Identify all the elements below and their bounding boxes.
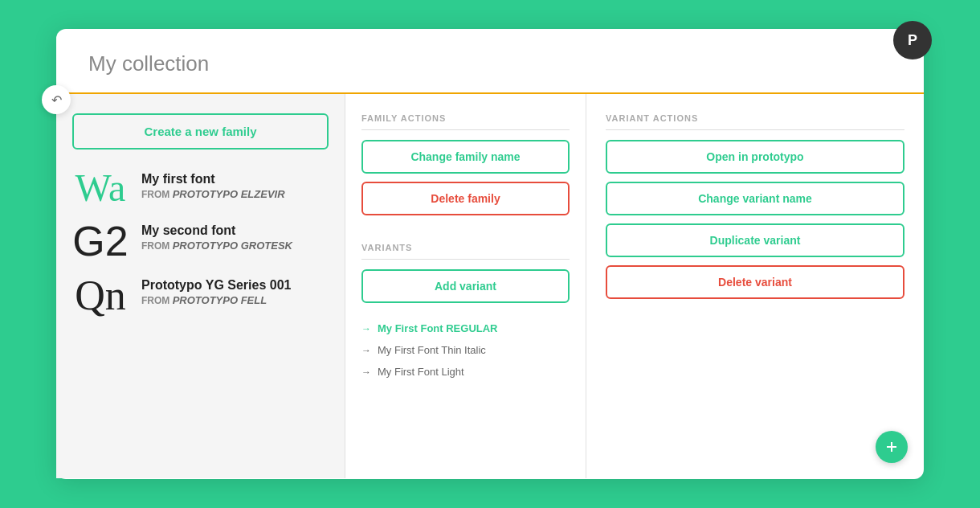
variant-item-3[interactable]: → My First Font Light: [361, 361, 570, 383]
font-item-1[interactable]: Wa My first font FROM Prototypo Elzevir: [72, 169, 329, 207]
variant-label-1: My First Font REGULAR: [378, 322, 498, 334]
family-actions-label: FAMILY ACTIONS: [361, 113, 570, 130]
svg-rect-1: [887, 446, 896, 448]
delete-variant-button[interactable]: Delete variant: [606, 265, 904, 299]
variant-item-1[interactable]: → My First Font REGULAR: [361, 318, 570, 339]
open-in-prototypo-button[interactable]: Open in prototypo: [606, 140, 904, 174]
font-from-2: FROM Prototypo Grotesk: [141, 240, 292, 252]
middle-panel: FAMILY ACTIONS Change family name Delete…: [345, 94, 586, 478]
left-panel: Create a new family Wa My first font FRO…: [56, 94, 345, 478]
variants-label: VARIANTS: [361, 243, 570, 260]
header: My collection: [56, 29, 924, 94]
font-info-2: My second font FROM Prototypo Grotesk: [141, 220, 292, 252]
arrow-icon-2: →: [361, 345, 371, 356]
arrow-icon-3: →: [361, 367, 371, 378]
fab-button[interactable]: [876, 431, 908, 463]
font-preview-1: Wa: [72, 169, 129, 207]
main-window: P ↶ My collection Create a new family Wa…: [56, 29, 924, 479]
font-name-1: My first font: [141, 172, 285, 186]
font-info-1: My first font FROM Prototypo Elzevir: [141, 169, 285, 200]
font-list: Wa My first font FROM Prototypo Elzevir …: [72, 169, 329, 317]
avatar[interactable]: P: [893, 21, 932, 59]
font-name-2: My second font: [141, 223, 292, 238]
font-from-1: FROM Prototypo Elzevir: [141, 188, 285, 200]
arrow-icon-1: →: [361, 323, 371, 334]
back-button[interactable]: ↶: [42, 85, 71, 114]
variants-section: VARIANTS Add variant → My First Font REG…: [361, 243, 570, 383]
font-info-3: Prototypo YG Series 001 FROM Prototypo F…: [141, 275, 291, 306]
font-item-3[interactable]: Qn Prototypo YG Series 001 FROM Prototyp…: [72, 275, 329, 317]
variant-label-3: My First Font Light: [378, 366, 464, 378]
content-area: Create a new family Wa My first font FRO…: [56, 94, 924, 478]
duplicate-variant-button[interactable]: Duplicate variant: [606, 223, 904, 257]
change-family-name-button[interactable]: Change family name: [361, 140, 570, 174]
fab-icon: [885, 440, 898, 453]
font-preview-2: G2: [72, 220, 129, 262]
create-family-button[interactable]: Create a new family: [72, 113, 329, 150]
delete-family-button[interactable]: Delete family: [361, 182, 570, 215]
page-title: My collection: [88, 51, 892, 76]
variant-actions-label: VARIANT ACTIONS: [606, 113, 904, 130]
right-panel: VARIANT ACTIONS Open in prototypo Change…: [586, 94, 924, 478]
font-preview-3: Qn: [72, 275, 129, 317]
variant-label-2: My First Font Thin Italic: [378, 344, 486, 356]
font-name-3: Prototypo YG Series 001: [141, 278, 291, 293]
font-item-2[interactable]: G2 My second font FROM Prototypo Grotesk: [72, 220, 329, 262]
change-variant-name-button[interactable]: Change variant name: [606, 182, 904, 215]
font-from-3: FROM Prototypo Fell: [141, 294, 291, 306]
add-variant-button[interactable]: Add variant: [361, 269, 570, 303]
variant-list: → My First Font REGULAR → My First Font …: [361, 318, 570, 383]
variant-item-2[interactable]: → My First Font Thin Italic: [361, 339, 570, 361]
